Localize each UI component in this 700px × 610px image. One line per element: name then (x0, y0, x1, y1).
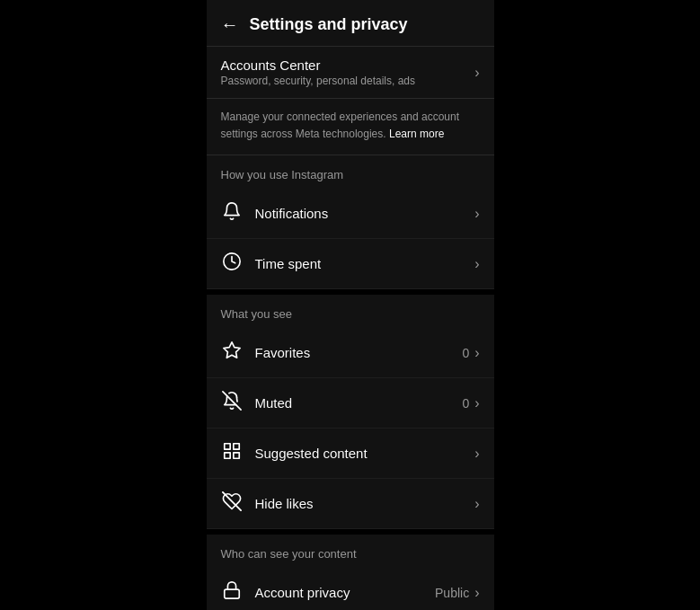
section-label-how-you-use: How you use Instagram (207, 155, 494, 189)
lock-icon (221, 580, 243, 605)
hide-likes-label: Hide likes (255, 496, 314, 511)
account-privacy-item[interactable]: Account privacy Public › (207, 568, 494, 610)
account-privacy-right: Public › (435, 585, 479, 601)
chevron-right-icon: › (474, 65, 479, 81)
account-privacy-chevron: › (474, 585, 479, 601)
favorites-left: Favorites (221, 340, 311, 365)
learn-more-link[interactable]: Learn more (389, 128, 444, 140)
suggested-content-right: › (474, 446, 479, 462)
hide-likes-item[interactable]: Hide likes › (207, 479, 494, 529)
time-spent-left: Time spent (221, 252, 322, 276)
notifications-left: Notifications (221, 201, 329, 225)
hide-likes-left: Hide likes (221, 491, 314, 516)
favorites-item[interactable]: Favorites 0 › (207, 328, 494, 378)
accounts-center-subtitle: Password, security, personal details, ad… (221, 75, 416, 87)
suggested-content-label: Suggested content (255, 446, 368, 461)
account-privacy-label: Account privacy (255, 585, 350, 600)
svg-rect-5 (233, 453, 238, 458)
hide-likes-right: › (474, 496, 479, 512)
accounts-center-text: Accounts Center Password, security, pers… (221, 57, 416, 87)
back-button[interactable]: ← (221, 14, 239, 35)
notifications-label: Notifications (255, 206, 329, 221)
heart-hide-icon (221, 491, 243, 516)
account-privacy-left: Account privacy (221, 580, 350, 605)
favorites-label: Favorites (255, 345, 311, 360)
suggested-content-left: Suggested content (221, 441, 368, 465)
notifications-right: › (474, 206, 479, 222)
accounts-center-item[interactable]: Accounts Center Password, security, pers… (207, 46, 494, 99)
suggested-content-chevron: › (474, 446, 479, 462)
muted-item[interactable]: Muted 0 › (207, 378, 494, 429)
suggested-content-item[interactable]: Suggested content › (207, 429, 494, 479)
time-spent-right: › (474, 256, 479, 272)
muted-left: Muted (221, 391, 293, 415)
svg-rect-6 (224, 453, 229, 458)
svg-rect-4 (233, 444, 238, 449)
time-spent-label: Time spent (255, 256, 322, 271)
favorites-chevron: › (474, 345, 479, 361)
header: ← Settings and privacy (207, 0, 494, 46)
time-spent-item[interactable]: Time spent › (207, 239, 494, 289)
star-icon (221, 340, 243, 365)
svg-line-2 (222, 392, 240, 410)
accounts-center-title: Accounts Center (221, 57, 416, 73)
muted-right: 0 › (462, 395, 479, 411)
phone-screen: ← Settings and privacy Accounts Center P… (207, 0, 494, 610)
svg-rect-8 (224, 589, 239, 598)
account-privacy-value: Public (435, 586, 469, 600)
svg-marker-1 (223, 342, 239, 358)
page-title: Settings and privacy (250, 15, 408, 34)
bell-muted-icon (221, 391, 243, 415)
content-area: Accounts Center Password, security, pers… (207, 46, 494, 610)
favorites-count: 0 (462, 346, 469, 360)
clock-icon (221, 252, 243, 276)
hide-likes-chevron: › (474, 496, 479, 512)
meta-info-block: Manage your connected experiences and ac… (207, 99, 494, 155)
time-spent-chevron: › (474, 256, 479, 272)
meta-info-text: Manage your connected experiences and ac… (221, 111, 460, 140)
muted-chevron: › (474, 395, 479, 411)
notifications-item[interactable]: Notifications › (207, 189, 494, 239)
muted-count: 0 (462, 396, 469, 411)
suggested-icon (221, 441, 243, 465)
notifications-chevron: › (474, 206, 479, 222)
favorites-right: 0 › (462, 345, 479, 361)
section-label-what-you-see: What you see (207, 295, 494, 328)
bell-icon (221, 201, 243, 225)
muted-label: Muted (255, 395, 293, 411)
section-label-who-can-see: Who can see your content (207, 535, 494, 568)
svg-rect-3 (224, 444, 229, 449)
